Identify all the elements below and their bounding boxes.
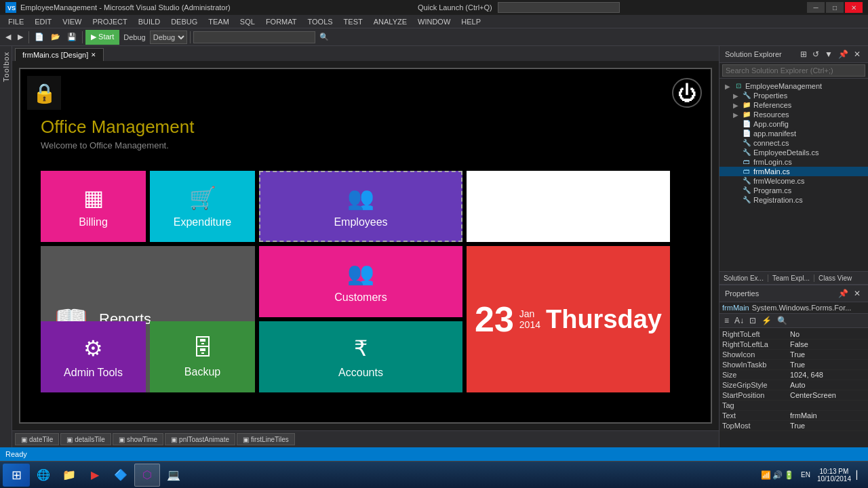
toolbar-new[interactable]: 📄: [32, 30, 47, 45]
debug-config-select[interactable]: Debug: [150, 30, 187, 44]
tree-frmwelcome[interactable]: ▶ 🔧 frmWelcome.cs: [719, 176, 868, 186]
menu-item-help[interactable]: HELP: [456, 16, 486, 27]
toolbar-forward[interactable]: ▶: [15, 30, 26, 45]
window-title: EmployeeManagement - Microsoft Visual St…: [20, 3, 231, 12]
taskbar-ie[interactable]: 🌐: [31, 464, 56, 487]
menu-item-sql[interactable]: SQL: [235, 16, 260, 27]
quick-launch-input[interactable]: [498, 2, 620, 13]
tree-references[interactable]: ▶ 📁 References: [719, 100, 868, 110]
menu-item-tools[interactable]: TOOLS: [302, 16, 338, 27]
frmlogin-arrow: ▶: [733, 159, 741, 166]
toolbar-search-btn[interactable]: 🔍: [317, 30, 332, 45]
tab-close-icon[interactable]: ✕: [91, 52, 96, 58]
props-alphabetical-btn[interactable]: A↓: [732, 315, 746, 326]
properties-arrow: ▶: [733, 92, 741, 100]
prop-righttoleft-value: No: [790, 330, 865, 338]
menu-item-view[interactable]: VIEW: [57, 16, 87, 27]
tree-registrationcs[interactable]: ▶ 🔧 Registration.cs: [719, 195, 868, 205]
taskbar-app2[interactable]: 💻: [161, 464, 186, 487]
close-button[interactable]: ✕: [845, 2, 863, 13]
menu-item-format[interactable]: FORMAT: [260, 16, 302, 27]
app1-icon: 🔷: [114, 468, 127, 482]
maximize-button[interactable]: □: [826, 2, 844, 13]
se-pin-btn[interactable]: 📌: [836, 49, 850, 60]
tile-employees[interactable]: 👥 Employees: [259, 171, 462, 242]
start-button[interactable]: ▶ Start: [85, 30, 119, 45]
menu-item-build[interactable]: BUILD: [133, 16, 165, 27]
toolbar-sep3: [190, 31, 191, 43]
menu-item-project[interactable]: PROJECT: [87, 16, 132, 27]
prop-startposition-name: StartPosition: [722, 391, 790, 399]
tile-accounts[interactable]: ₹ Accounts: [259, 321, 462, 392]
menu-bar: FILEEDITVIEWPROJECTBUILDDEBUGTEAMSQLFORM…: [0, 15, 868, 28]
toolbar-back[interactable]: ◀: [3, 30, 14, 45]
tree-resources[interactable]: ▶ 📁 Resources: [719, 110, 868, 119]
bottom-tabs: ▣ dateTile ▣ detailsTile ▣ showTime ▣ pn…: [12, 430, 719, 447]
prop-text-value: frmMain: [790, 411, 865, 420]
backup-label: Backup: [184, 366, 220, 378]
taskbar-wmp[interactable]: ▶: [83, 464, 107, 487]
taskbar-app1[interactable]: 🔷: [108, 464, 133, 487]
props-categorized-btn[interactable]: ≡: [722, 315, 731, 326]
bottom-tab-detailstile[interactable]: ▣ detailsTile: [60, 433, 111, 445]
firstline-label: firstLineTiles: [251, 436, 289, 443]
se-collapse-btn[interactable]: ▼: [823, 49, 835, 60]
se-tab-team[interactable]: Team Expl...: [768, 274, 814, 282]
tree-properties[interactable]: ▶ 🔧 Properties: [719, 91, 868, 100]
wmp-icon: ▶: [88, 468, 102, 482]
se-tab-class[interactable]: Class View: [814, 274, 856, 282]
props-properties-btn[interactable]: ⊡: [747, 315, 758, 326]
menu-item-file[interactable]: FILE: [3, 16, 29, 27]
tree-frmlogin[interactable]: ▶ 🗃 frmLogin.cs: [719, 157, 868, 167]
tree-frmmain[interactable]: ▶ 🗃 frmMain.cs: [719, 167, 868, 176]
toolbar-save[interactable]: 💾: [64, 30, 79, 45]
se-search-area: [719, 63, 868, 79]
menu-item-team[interactable]: TEAM: [203, 16, 235, 27]
taskbar-clock: 10:13 PM 10/10/2014: [817, 468, 851, 483]
se-search-btn[interactable]: ⊞: [798, 49, 809, 60]
bottom-tab-datetile[interactable]: ▣ dateTile: [15, 433, 59, 445]
props-search-btn[interactable]: 🔍: [775, 315, 789, 326]
tile-customers[interactable]: 👥 Customers: [259, 246, 462, 317]
se-tab-solution[interactable]: Solution Ex...: [719, 274, 768, 282]
se-refresh-btn[interactable]: ↺: [810, 49, 821, 60]
registrationcs-arrow: ▶: [733, 197, 741, 204]
se-search-input[interactable]: [722, 64, 865, 77]
datetile-icon: ▣: [21, 436, 27, 443]
bottom-tab-pnltoast[interactable]: ▣ pnlToastAnimate: [165, 433, 235, 445]
tree-appmanifest[interactable]: ▶ 📄 app.manifest: [719, 129, 868, 138]
tree-connectcs[interactable]: ▶ 🔧 connect.cs: [719, 138, 868, 148]
props-close-btn[interactable]: ✕: [852, 288, 863, 299]
tab-frmMain-design[interactable]: frmMain.cs [Design] ✕: [15, 48, 104, 61]
props-object-name: frmMain: [722, 304, 749, 312]
start-menu-button[interactable]: ⊞: [3, 464, 30, 487]
menu-item-analyze[interactable]: ANALYZE: [368, 16, 412, 27]
prop-showicon: ShowIcon True: [719, 350, 868, 360]
toolbar-search[interactable]: [193, 31, 315, 43]
tile-billing[interactable]: ▦ Billing: [41, 171, 146, 242]
show-desktop-btn[interactable]: ▏: [854, 470, 865, 480]
tree-employeedetails[interactable]: ▶ 🔧 EmployeeDetails.cs: [719, 148, 868, 157]
tile-expenditure[interactable]: 🛒 Expenditure: [150, 171, 255, 242]
toolbar-open[interactable]: 📂: [48, 30, 63, 45]
tree-appconfig[interactable]: ▶ 📄 App.config: [719, 119, 868, 129]
props-pin-btn[interactable]: 📌: [836, 288, 850, 299]
bottom-tab-firstline[interactable]: ▣ firstLineTiles: [237, 433, 295, 445]
tile-admin[interactable]: ⚙ Admin Tools: [41, 321, 146, 392]
form-window: 🔒 ⏻ Office Management Welcome to Office …: [19, 68, 712, 424]
minimize-button[interactable]: ─: [807, 2, 825, 13]
power-icon-area[interactable]: ⏻: [670, 76, 704, 110]
menu-item-debug[interactable]: DEBUG: [165, 16, 203, 27]
se-close-btn[interactable]: ✕: [852, 49, 863, 60]
tree-programcs[interactable]: ▶ 🔧 Program.cs: [719, 186, 868, 195]
menu-item-test[interactable]: TEST: [338, 16, 368, 27]
props-events-btn[interactable]: ⚡: [760, 315, 774, 326]
menu-item-edit[interactable]: EDIT: [29, 16, 57, 27]
prop-text: Text frmMain: [719, 411, 868, 421]
taskbar-explorer[interactable]: 📁: [57, 464, 81, 487]
taskbar-vs[interactable]: ⬡: [134, 464, 160, 487]
tile-backup[interactable]: 🗄 Backup: [150, 321, 255, 392]
menu-item-window[interactable]: WINDOW: [412, 16, 456, 27]
bottom-tab-showtime[interactable]: ▣ showTime: [113, 433, 163, 445]
tree-root[interactable]: ▶ ⊡ EmployeeManagement: [719, 81, 868, 91]
